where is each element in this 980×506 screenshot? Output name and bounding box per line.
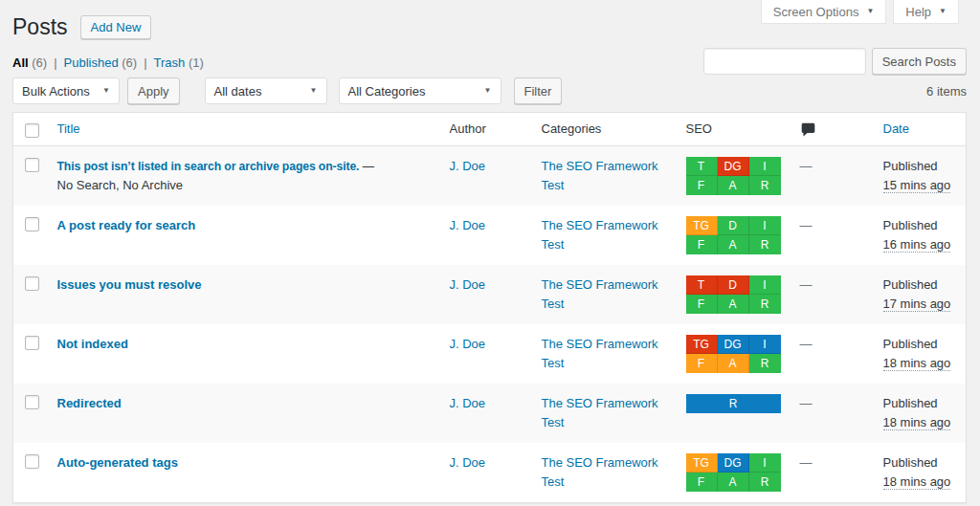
author-link[interactable]: J. Doe — [450, 337, 486, 351]
table-row: Issues you must resolveJ. DoeThe SEO Fra… — [13, 265, 967, 324]
view-published-link[interactable]: Published — [64, 55, 119, 70]
view-trash-link[interactable]: Trash — [154, 55, 186, 70]
post-title-link[interactable]: Not indexed — [57, 337, 128, 351]
comments-cell: — — [791, 443, 874, 503]
table-row: A post ready for searchJ. DoeThe SEO Fra… — [13, 206, 967, 265]
dates-filter-select[interactable]: All dates ▼ — [205, 77, 327, 104]
categories-cell: The SEO Framework Test — [532, 443, 677, 503]
page-title: Posts — [12, 12, 68, 41]
seo-cell: TGDGIFAR — [677, 443, 791, 503]
comments-value: — — [800, 159, 813, 173]
screen-options-tab[interactable]: Screen Options ▼ — [761, 0, 887, 24]
author-link[interactable]: J. Doe — [450, 218, 486, 232]
title-cell: This post isn’t listed in search or arch… — [48, 146, 440, 207]
row-checkbox[interactable] — [25, 217, 39, 231]
categories-filter-value: All Categories — [348, 84, 426, 99]
bulk-actions-value: Bulk Actions — [22, 84, 90, 99]
posts-table-body: This post isn’t listed in search or arch… — [13, 146, 967, 503]
search-posts-button[interactable]: Search Posts — [872, 48, 967, 75]
post-date: 15 mins ago — [883, 178, 951, 193]
post-title-link[interactable]: Auto-generated tags — [57, 455, 178, 470]
sort-date-header[interactable]: Date — [883, 121, 909, 136]
view-published: Published (6) — [64, 55, 138, 70]
screen-meta-links: Screen Options ▼ Help ▼ — [761, 0, 959, 24]
date-cell: Published18 mins ago — [874, 443, 967, 503]
seo-badge-f: F — [686, 235, 718, 254]
bulk-actions-select[interactable]: Bulk Actions ▼ — [12, 77, 120, 104]
seo-badge-r: R — [749, 354, 781, 373]
select-all-checkbox[interactable] — [25, 123, 39, 138]
post-date: 18 mins ago — [883, 474, 951, 490]
view-trash: Trash (1) — [154, 55, 204, 70]
date-cell: Published16 mins ago — [874, 206, 967, 265]
post-status: Published — [883, 335, 957, 354]
seo-bar: TGDGIFAR — [686, 335, 781, 373]
seo-badge-t: T — [686, 275, 718, 295]
author-cell: J. Doe — [440, 265, 532, 324]
post-title-link[interactable]: Redirected — [57, 396, 122, 410]
help-tab[interactable]: Help ▼ — [893, 0, 959, 24]
seo-badge-d: D — [718, 275, 749, 295]
sort-title-header[interactable]: Title — [57, 121, 80, 136]
row-checkbox-cell — [13, 206, 48, 265]
view-separator: | — [144, 55, 146, 70]
date-cell: Published18 mins ago — [874, 324, 967, 384]
view-all-link[interactable]: All — [12, 55, 29, 70]
search-input[interactable] — [703, 48, 866, 75]
view-all: All (6) — [12, 55, 47, 70]
author-link[interactable]: J. Doe — [450, 159, 486, 173]
category-link[interactable]: The SEO Framework Test — [542, 337, 658, 370]
seo-badge-i: I — [749, 157, 781, 176]
seo-badge-r: R — [749, 295, 781, 314]
categories-header: Categories — [532, 113, 677, 146]
author-cell: J. Doe — [440, 206, 532, 265]
post-date: 16 mins ago — [883, 237, 951, 253]
seo-cell: TDGIFAR — [677, 146, 791, 207]
date-cell: Published17 mins ago — [874, 265, 967, 324]
apply-button[interactable]: Apply — [127, 77, 180, 104]
category-link[interactable]: The SEO Framework Test — [542, 218, 658, 252]
post-date-line: 18 mins ago — [883, 473, 957, 492]
row-checkbox[interactable] — [25, 395, 39, 409]
category-link[interactable]: The SEO Framework Test — [542, 396, 658, 429]
row-checkbox[interactable] — [25, 454, 39, 469]
filter-button[interactable]: Filter — [514, 77, 563, 104]
seo-badge-a: A — [718, 354, 749, 373]
seo-bar: TGDGIFAR — [686, 453, 781, 492]
post-title-link[interactable]: Issues you must resolve — [57, 277, 202, 292]
categories-cell: The SEO Framework Test — [532, 206, 677, 265]
row-checkbox-cell — [13, 384, 48, 443]
row-checkbox[interactable] — [25, 276, 39, 291]
seo-badge-a: A — [718, 235, 749, 254]
category-link[interactable]: The SEO Framework Test — [542, 455, 658, 489]
seo-badge-a: A — [718, 176, 749, 195]
comments-header — [791, 113, 874, 146]
author-link[interactable]: J. Doe — [450, 396, 486, 410]
categories-cell: The SEO Framework Test — [532, 265, 677, 324]
post-date-line: 18 mins ago — [883, 413, 957, 432]
post-title-link[interactable]: A post ready for search — [57, 218, 196, 232]
seo-badge-dg: DG — [718, 335, 749, 354]
row-checkbox[interactable] — [25, 158, 39, 172]
category-link[interactable]: The SEO Framework Test — [542, 277, 658, 311]
seo-bar: TGDIFAR — [686, 216, 781, 254]
search-box: Search Posts — [703, 48, 967, 75]
categories-filter-select[interactable]: All Categories ▼ — [339, 77, 501, 104]
table-row: RedirectedJ. DoeThe SEO Framework TestR—… — [13, 384, 967, 443]
category-link[interactable]: The SEO Framework Test — [542, 159, 658, 192]
post-state-separator: — — [363, 160, 374, 173]
post-title-link[interactable]: This post isn’t listed in search or arch… — [57, 160, 360, 173]
row-checkbox[interactable] — [25, 336, 39, 350]
chevron-down-icon: ▼ — [939, 8, 947, 15]
chevron-down-icon: ▼ — [310, 87, 318, 95]
help-label: Help — [905, 5, 931, 19]
table-header-row: Title Author Categories SEO Date — [13, 113, 967, 146]
add-new-button[interactable]: Add New — [80, 15, 152, 39]
post-status: Published — [883, 275, 957, 295]
seo-badge-r: R — [749, 176, 781, 195]
row-checkbox-cell — [13, 324, 48, 384]
seo-badge-f: F — [686, 354, 718, 373]
author-link[interactable]: J. Doe — [450, 455, 486, 470]
author-link[interactable]: J. Doe — [450, 277, 486, 292]
seo-header: SEO — [677, 113, 791, 146]
